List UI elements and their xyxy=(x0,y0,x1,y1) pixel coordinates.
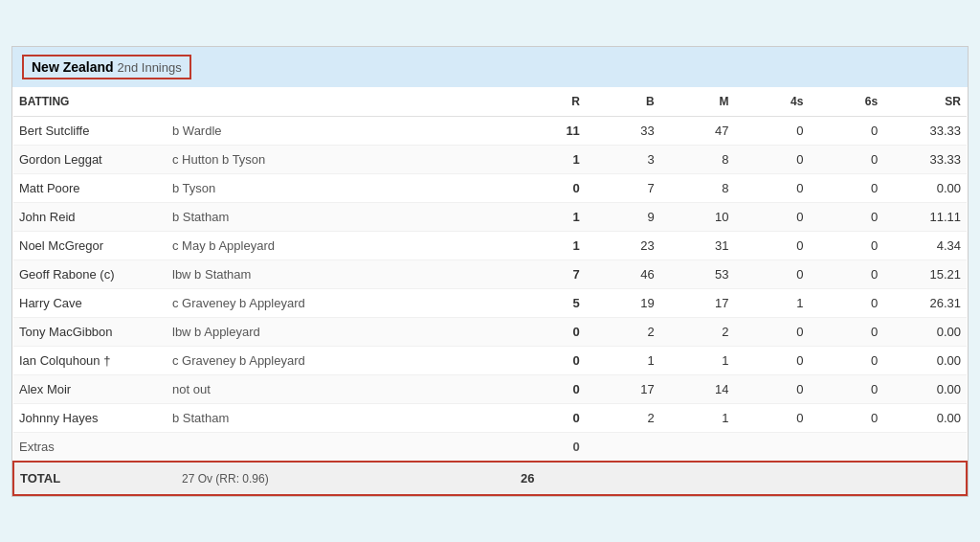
dismissal-col-header xyxy=(167,87,511,117)
fours-value: 0 xyxy=(735,116,810,145)
table-row: Johnny Hayes b Statham 0 2 1 0 0 0.00 xyxy=(13,403,967,432)
balls-value: 2 xyxy=(586,403,660,432)
minutes-value: 8 xyxy=(660,145,735,173)
runs-value: 0 xyxy=(511,173,586,202)
player-name: Ian Colquhoun † xyxy=(13,346,167,374)
sixes-value: 0 xyxy=(809,374,883,403)
sixes-value: 0 xyxy=(809,116,883,145)
fours-value: 0 xyxy=(735,260,810,288)
dismissal-text: b Statham xyxy=(167,403,511,432)
fours-col-header: 4s xyxy=(735,87,810,117)
total-row: TOTAL 27 Ov (RR: 0.96) 26 xyxy=(13,462,967,495)
sr-value: 0.00 xyxy=(883,374,967,403)
minutes-value: 14 xyxy=(660,374,735,403)
dismissal-text: not out xyxy=(167,374,511,403)
dismissal-text: c May b Appleyard xyxy=(167,231,511,260)
batting-col-header: BATTING xyxy=(13,87,167,117)
fours-value: 0 xyxy=(735,403,810,432)
table-row: Gordon Leggat c Hutton b Tyson 1 3 8 0 0… xyxy=(13,145,967,173)
sr-value: 0.00 xyxy=(883,346,967,374)
total-label: TOTAL xyxy=(13,462,167,495)
runs-value: 11 xyxy=(511,116,586,145)
innings-label: 2nd Innings xyxy=(117,60,181,75)
sixes-value: 0 xyxy=(809,260,883,288)
player-name: Geoff Rabone (c) xyxy=(13,260,167,288)
balls-value: 7 xyxy=(586,173,660,202)
player-name: Matt Poore xyxy=(13,173,167,202)
runs-value: 1 xyxy=(511,231,586,260)
sr-value: 11.11 xyxy=(883,202,967,231)
sr-value: 0.00 xyxy=(883,317,967,346)
balls-value: 9 xyxy=(586,202,660,231)
dismissal-text: lbw b Appleyard xyxy=(167,317,511,346)
runs-value: 0 xyxy=(511,403,586,432)
fours-value: 0 xyxy=(735,231,810,260)
minutes-value: 47 xyxy=(660,116,735,145)
sixes-value: 0 xyxy=(809,288,883,317)
table-row: John Reid b Statham 1 9 10 0 0 11.11 xyxy=(13,202,967,231)
table-row: Matt Poore b Tyson 0 7 8 0 0 0.00 xyxy=(13,173,967,202)
r-col-header: R xyxy=(511,87,586,117)
sr-value: 33.33 xyxy=(883,116,967,145)
player-name: Noel McGregor xyxy=(13,231,167,260)
dismissal-text: lbw b Statham xyxy=(167,260,511,288)
dismissal-text: b Tyson xyxy=(167,173,511,202)
sixes-value: 0 xyxy=(809,231,883,260)
player-name: Gordon Leggat xyxy=(13,145,167,173)
fours-value: 0 xyxy=(735,346,810,374)
minutes-value: 1 xyxy=(660,403,735,432)
minutes-value: 1 xyxy=(660,346,735,374)
sr-value: 26.31 xyxy=(883,288,967,317)
sixes-value: 0 xyxy=(809,346,883,374)
balls-value: 1 xyxy=(586,346,660,374)
player-name: John Reid xyxy=(13,202,167,231)
sixes-value: 0 xyxy=(809,317,883,346)
sixes-value: 0 xyxy=(809,173,883,202)
extras-value: 0 xyxy=(511,432,586,462)
extras-row: Extras 0 xyxy=(13,432,967,462)
m-col-header: M xyxy=(660,87,735,117)
batting-table: BATTING R B M 4s 6s SR Bert Sutcliffe b … xyxy=(12,87,968,496)
minutes-value: 17 xyxy=(660,288,735,317)
sr-value: 0.00 xyxy=(883,403,967,432)
minutes-value: 10 xyxy=(660,202,735,231)
sixes-value: 0 xyxy=(809,145,883,173)
sixes-value: 0 xyxy=(809,202,883,231)
minutes-value: 2 xyxy=(660,317,735,346)
b-col-header: B xyxy=(586,87,660,117)
sr-value: 0.00 xyxy=(883,173,967,202)
runs-value: 0 xyxy=(511,317,586,346)
table-row: Noel McGregor c May b Appleyard 1 23 31 … xyxy=(13,231,967,260)
balls-value: 46 xyxy=(586,260,660,288)
runs-value: 1 xyxy=(511,202,586,231)
dismissal-text: b Statham xyxy=(167,202,511,231)
table-header-row: BATTING R B M 4s 6s SR xyxy=(13,87,967,117)
runs-value: 0 xyxy=(511,374,586,403)
title-row: New Zealand 2nd Innings xyxy=(12,47,968,87)
player-name: Harry Cave xyxy=(13,288,167,317)
balls-value: 23 xyxy=(586,231,660,260)
player-name: Bert Sutcliffe xyxy=(13,116,167,145)
total-runs: 26 xyxy=(511,462,967,495)
extras-dismissal xyxy=(167,432,511,462)
fours-value: 0 xyxy=(735,173,810,202)
table-row: Geoff Rabone (c) lbw b Statham 7 46 53 0… xyxy=(13,260,967,288)
dismissal-text: c Graveney b Appleyard xyxy=(167,288,511,317)
table-row: Bert Sutcliffe b Wardle 11 33 47 0 0 33.… xyxy=(13,116,967,145)
extras-label: Extras xyxy=(13,432,167,462)
total-details: 27 Ov (RR: 0.96) xyxy=(167,462,511,495)
scorecard: New Zealand 2nd Innings BATTING R B M 4s… xyxy=(11,46,969,497)
runs-value: 1 xyxy=(511,145,586,173)
table-row: Tony MacGibbon lbw b Appleyard 0 2 2 0 0… xyxy=(13,317,967,346)
sixes-value: 0 xyxy=(809,403,883,432)
balls-value: 3 xyxy=(586,145,660,173)
runs-value: 7 xyxy=(511,260,586,288)
balls-value: 17 xyxy=(586,374,660,403)
minutes-value: 53 xyxy=(660,260,735,288)
minutes-value: 8 xyxy=(660,173,735,202)
table-row: Alex Moir not out 0 17 14 0 0 0.00 xyxy=(13,374,967,403)
sixes-col-header: 6s xyxy=(809,87,883,117)
player-name: Johnny Hayes xyxy=(13,403,167,432)
fours-value: 0 xyxy=(735,374,810,403)
sr-value: 15.21 xyxy=(883,260,967,288)
